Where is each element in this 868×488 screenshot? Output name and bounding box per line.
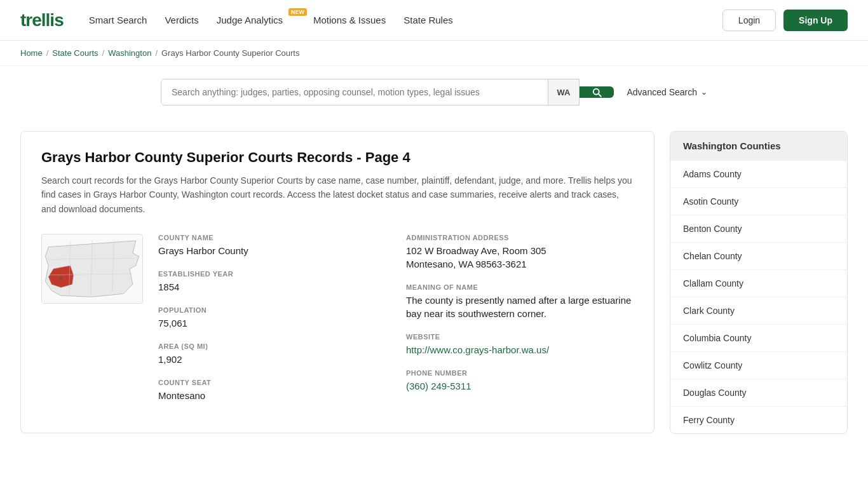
search-bar: WA Advanced Search ⌄ bbox=[161, 79, 707, 105]
website-label: WEBSITE bbox=[406, 333, 634, 341]
nav-judge-analytics[interactable]: Judge Analytics NEW bbox=[217, 15, 295, 25]
nav-motions-issues[interactable]: Motions & Issues bbox=[313, 15, 386, 25]
meaning-field: MEANING OF NAME The county is presently … bbox=[406, 283, 634, 320]
breadcrumb: Home / State Courts / Washington / Grays… bbox=[0, 41, 868, 66]
header: trellis Smart Search Verdicts Judge Anal… bbox=[0, 0, 868, 41]
phone-label: PHONE NUMBER bbox=[406, 369, 634, 377]
meaning-value: The county is presently named after a la… bbox=[406, 294, 634, 320]
breadcrumb-sep-1: / bbox=[46, 48, 49, 58]
logo: trellis bbox=[20, 10, 64, 30]
breadcrumb-sep-3: / bbox=[155, 48, 158, 58]
admin-address-value: 102 W Broadway Ave, Room 305 Montesano, … bbox=[406, 244, 634, 271]
county-map bbox=[41, 234, 143, 304]
area-field: AREA (SQ MI) 1,902 bbox=[158, 342, 386, 366]
page-description: Search court records for the Grays Harbo… bbox=[41, 173, 634, 216]
svg-point-8 bbox=[60, 277, 62, 280]
phone-link[interactable]: (360) 249-5311 bbox=[406, 381, 471, 391]
county-seat-value: Montesano bbox=[158, 389, 386, 402]
population-label: POPULATION bbox=[158, 306, 386, 314]
sidebar-item-clallam[interactable]: Clallam County bbox=[670, 269, 847, 297]
county-name-field: COUNTY NAME Grays Harbor County bbox=[158, 234, 386, 257]
established-field: ESTABLISHED YEAR 1854 bbox=[158, 270, 386, 294]
content-panel: Grays Harbor County Superior Courts Reco… bbox=[20, 131, 654, 433]
sidebar-item-adams[interactable]: Adams County bbox=[670, 160, 847, 187]
nav-state-rules[interactable]: State Rules bbox=[403, 15, 453, 25]
sidebar-item-ferry[interactable]: Ferry County bbox=[670, 406, 847, 433]
website-link[interactable]: http://www.co.grays-harbor.wa.us/ bbox=[406, 344, 549, 355]
state-badge: WA bbox=[548, 79, 580, 105]
sidebar-item-columbia[interactable]: Columbia County bbox=[670, 324, 847, 351]
website-value: http://www.co.grays-harbor.wa.us/ bbox=[406, 343, 634, 356]
search-input-container: WA bbox=[161, 79, 580, 105]
population-value: 75,061 bbox=[158, 316, 386, 330]
area-label: AREA (SQ MI) bbox=[158, 342, 386, 350]
breadcrumb-home[interactable]: Home bbox=[20, 48, 43, 58]
website-field: WEBSITE http://www.co.grays-harbor.wa.us… bbox=[406, 333, 634, 356]
county-name-value: Grays Harbor County bbox=[158, 244, 386, 257]
search-input[interactable] bbox=[161, 79, 548, 105]
header-right: Login Sign Up bbox=[722, 10, 848, 31]
admin-address-field: ADMINISTRATION ADDRESS 102 W Broadway Av… bbox=[406, 234, 634, 271]
county-seat-field: COUNTY SEAT Montesano bbox=[158, 379, 386, 402]
sidebar-item-asotin[interactable]: Asotin County bbox=[670, 187, 847, 215]
wa-map-svg bbox=[42, 234, 142, 303]
advanced-search-button[interactable]: Advanced Search ⌄ bbox=[627, 87, 707, 97]
area-value: 1,902 bbox=[158, 353, 386, 366]
population-field: POPULATION 75,061 bbox=[158, 306, 386, 330]
header-left: trellis Smart Search Verdicts Judge Anal… bbox=[20, 10, 453, 30]
county-seat-label: COUNTY SEAT bbox=[158, 379, 386, 386]
sidebar-item-douglas[interactable]: Douglas County bbox=[670, 379, 847, 406]
page-title: Grays Harbor County Superior Courts Reco… bbox=[41, 149, 634, 166]
info-columns: COUNTY NAME Grays Harbor County ESTABLIS… bbox=[158, 234, 634, 415]
main-content: Grays Harbor County Superior Courts Reco… bbox=[0, 118, 868, 447]
nav-verdicts[interactable]: Verdicts bbox=[165, 15, 198, 25]
chevron-down-icon: ⌄ bbox=[701, 88, 707, 97]
search-icon bbox=[591, 86, 602, 98]
info-col-2: ADMINISTRATION ADDRESS 102 W Broadway Av… bbox=[406, 234, 634, 415]
signup-button[interactable]: Sign Up bbox=[783, 10, 848, 31]
login-button[interactable]: Login bbox=[722, 10, 776, 31]
breadcrumb-state-courts[interactable]: State Courts bbox=[52, 48, 98, 58]
breadcrumb-sep-2: / bbox=[102, 48, 105, 58]
sidebar-header: Washington Counties bbox=[670, 132, 847, 160]
phone-value: (360) 249-5311 bbox=[406, 379, 634, 393]
phone-field: PHONE NUMBER (360) 249-5311 bbox=[406, 369, 634, 393]
main-nav: Smart Search Verdicts Judge Analytics NE… bbox=[89, 15, 453, 25]
sidebar: Washington Counties Adams County Asotin … bbox=[670, 131, 848, 434]
admin-address-label: ADMINISTRATION ADDRESS bbox=[406, 234, 634, 241]
sidebar-item-benton[interactable]: Benton County bbox=[670, 215, 847, 242]
established-value: 1854 bbox=[158, 280, 386, 294]
search-section: WA Advanced Search ⌄ bbox=[0, 66, 868, 118]
search-button[interactable] bbox=[580, 86, 614, 98]
breadcrumb-current: Grays Harbor County Superior Courts bbox=[161, 48, 299, 58]
new-badge: NEW bbox=[288, 8, 307, 16]
county-name-label: COUNTY NAME bbox=[158, 234, 386, 241]
sidebar-item-clark[interactable]: Clark County bbox=[670, 297, 847, 324]
breadcrumb-washington[interactable]: Washington bbox=[108, 48, 151, 58]
info-grid: COUNTY NAME Grays Harbor County ESTABLIS… bbox=[41, 234, 634, 415]
established-label: ESTABLISHED YEAR bbox=[158, 270, 386, 278]
info-col-1: COUNTY NAME Grays Harbor County ESTABLIS… bbox=[158, 234, 386, 415]
sidebar-item-cowlitz[interactable]: Cowlitz County bbox=[670, 351, 847, 379]
nav-smart-search[interactable]: Smart Search bbox=[89, 15, 147, 25]
meaning-label: MEANING OF NAME bbox=[406, 283, 634, 291]
sidebar-item-chelan[interactable]: Chelan County bbox=[670, 242, 847, 269]
